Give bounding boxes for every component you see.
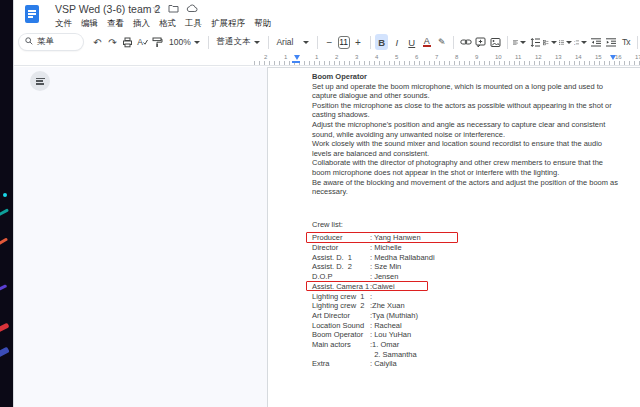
crew-list-title: Crew list: xyxy=(312,220,637,230)
menu-bar: 文件编辑查看插入格式工具扩展程序帮助 xyxy=(55,18,271,30)
toolbar-separator xyxy=(370,36,371,49)
undo-button[interactable]: ↶ xyxy=(91,34,104,50)
chevron-down-icon xyxy=(303,41,309,44)
screen: VSP Wed (3-6) team 2 ☆ 文件编辑查看插入格式工具扩展程序帮… xyxy=(0,0,640,407)
menu-item-7[interactable]: 帮助 xyxy=(254,18,271,30)
search-menus-button[interactable]: 菜单 xyxy=(19,34,83,50)
chevron-down-icon xyxy=(581,41,587,44)
crew-name: : Sze Min xyxy=(370,262,401,272)
text-color-button[interactable]: A xyxy=(420,34,433,50)
menu-item-1[interactable]: 编辑 xyxy=(81,18,98,30)
redo-button[interactable]: ↷ xyxy=(106,34,119,50)
star-icon[interactable]: ☆ xyxy=(152,3,161,14)
doc-body-line: Work closely with the sound mixer and lo… xyxy=(312,139,637,149)
print-button[interactable] xyxy=(121,34,134,50)
crew-row: 2. Samantha xyxy=(312,350,637,360)
toolbar-separator xyxy=(208,36,209,49)
document-title[interactable]: VSP Wed (3-6) team 2 xyxy=(55,3,160,15)
menu-item-6[interactable]: 扩展程序 xyxy=(211,18,245,30)
paint-format-button[interactable] xyxy=(151,34,164,50)
show-outline-button[interactable] xyxy=(30,71,50,91)
font-size-input[interactable]: 11 xyxy=(338,36,350,49)
ruler-number: 3 xyxy=(355,54,358,60)
crew-role: Lighting crew 2 xyxy=(312,301,370,311)
checklist-button[interactable] xyxy=(543,34,556,50)
underline-button[interactable]: U xyxy=(405,34,418,50)
menu-item-5[interactable]: 工具 xyxy=(185,18,202,30)
paragraph-styles-select[interactable]: 普通文本 xyxy=(214,36,263,48)
crew-role: Producer xyxy=(312,233,370,243)
document-page[interactable]: Boom Operator Set up and operate the boo… xyxy=(267,67,640,407)
search-label: 菜单 xyxy=(37,36,54,48)
menu-item-2[interactable]: 查看 xyxy=(107,18,124,30)
crew-row: D.O.P: Jensen xyxy=(312,272,637,282)
align-button[interactable] xyxy=(513,34,526,50)
crew-row: Producer: Yang Hanwen xyxy=(312,233,637,243)
ruler-number: 12 xyxy=(535,54,542,60)
increase-font-size-button[interactable]: + xyxy=(352,34,365,50)
bold-button[interactable]: B xyxy=(375,34,388,50)
crew-name: : xyxy=(370,292,372,302)
doc-body-line: necessary. xyxy=(312,187,637,197)
left-indent-bar[interactable] xyxy=(292,61,300,63)
clear-formatting-button[interactable]: Tx xyxy=(619,34,632,50)
crew-role: Director xyxy=(312,243,370,253)
spellcheck-button[interactable]: A xyxy=(136,34,149,50)
line-spacing-button[interactable] xyxy=(528,34,541,50)
ruler-number: 9 xyxy=(475,54,478,60)
move-folder-icon[interactable] xyxy=(168,4,179,13)
decrease-indent-button[interactable] xyxy=(589,34,602,50)
crew-role: D.O.P xyxy=(312,272,370,282)
zoom-select[interactable]: 100% xyxy=(166,37,203,47)
crew-name: :Caiwei xyxy=(370,282,395,292)
wallpaper-shape xyxy=(0,347,10,358)
crew-row: Boom Operator: Lou YuHan xyxy=(312,330,637,340)
doc-body-line: Collaborate with the director of photogr… xyxy=(312,158,637,168)
doc-body-line: sound, while avoiding any unwanted noise… xyxy=(312,130,637,140)
crew-row: Lighting crew 2:Zhe Xuan xyxy=(312,301,637,311)
crew-role: Art Director xyxy=(312,311,370,321)
ruler-number: 14 xyxy=(575,54,582,60)
doc-body-line: casting shadows. xyxy=(312,110,637,120)
chevron-down-icon xyxy=(254,41,260,44)
crew-role xyxy=(312,350,370,360)
ruler-number: 11 xyxy=(515,54,521,60)
wallpaper-shape xyxy=(3,193,7,197)
ruler-number: 13 xyxy=(555,54,562,60)
ruler-number: 2 xyxy=(335,54,338,60)
document-canvas: Boom Operator Set up and operate the boo… xyxy=(14,67,640,407)
font-family-select[interactable]: Arial xyxy=(273,37,312,47)
increase-indent-button[interactable] xyxy=(604,34,617,50)
doc-heading: Boom Operator xyxy=(312,72,637,82)
menu-item-3[interactable]: 插入 xyxy=(133,18,150,30)
crew-name: : Michelle xyxy=(370,243,402,253)
doc-body-line: Be aware of the blocking and movement of… xyxy=(312,178,637,188)
highlight-color-button[interactable]: ✎ xyxy=(435,34,448,50)
crew-role: Assist. Camera 1 xyxy=(312,282,370,292)
crew-name: : Caiyila xyxy=(370,359,397,369)
bulleted-list-button[interactable] xyxy=(559,34,572,50)
add-comment-button[interactable] xyxy=(474,34,487,50)
crew-row: Extra: Caiyila xyxy=(312,359,637,369)
crew-name: : Yang Hanwen xyxy=(370,233,421,243)
chevron-down-icon xyxy=(194,41,200,44)
menu-item-4[interactable]: 格式 xyxy=(159,18,176,30)
insert-link-button[interactable] xyxy=(459,34,472,50)
cloud-status-icon[interactable] xyxy=(186,4,198,13)
doc-body-line: Position the microphone as close to the … xyxy=(312,101,637,111)
crew-row: Art Director:Tya (Muthiah) xyxy=(312,311,637,321)
menu-item-0[interactable]: 文件 xyxy=(55,18,72,30)
left-indent-marker[interactable] xyxy=(294,55,300,60)
doc-body-line: Adjust the microphone's position and ang… xyxy=(312,120,637,130)
ruler-number: 16 xyxy=(615,54,622,60)
crew-name: :1. Omar xyxy=(370,340,399,350)
crew-name: : Jensen xyxy=(370,272,398,282)
italic-button[interactable]: I xyxy=(390,34,403,50)
crew-role: Main actors xyxy=(312,340,370,350)
decrease-font-size-button[interactable]: − xyxy=(323,34,336,50)
numbered-list-button[interactable]: 12 xyxy=(574,34,587,50)
google-docs-icon[interactable] xyxy=(25,5,39,23)
right-indent-marker[interactable] xyxy=(610,55,616,60)
ruler-number: 6 xyxy=(415,54,418,60)
insert-image-button[interactable] xyxy=(489,34,502,50)
